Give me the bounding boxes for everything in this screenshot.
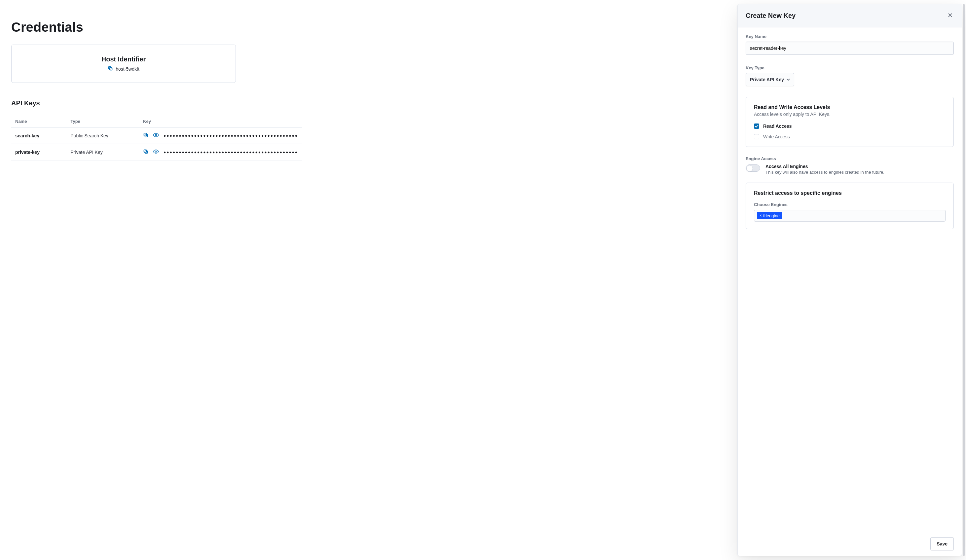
close-button[interactable] <box>946 11 954 20</box>
access-all-row: Access All Engines This key will also ha… <box>746 164 954 172</box>
svg-rect-5 <box>145 151 148 154</box>
svg-rect-0 <box>110 68 112 70</box>
key-type-group: Key Type Private API Key <box>746 65 954 86</box>
col-type: Type <box>66 116 139 128</box>
access-all-title: Access All Engines <box>766 164 884 169</box>
page-title: Credentials <box>11 20 465 35</box>
key-name-input[interactable] <box>746 42 954 55</box>
access-levels-subtitle: Access levels only apply to API Keys. <box>754 111 946 117</box>
close-icon <box>948 13 953 18</box>
engine-access-label: Engine Access <box>746 156 954 161</box>
key-name: private-key <box>11 144 66 160</box>
copy-icon[interactable] <box>143 149 148 155</box>
access-all-switch[interactable] <box>746 164 760 172</box>
flyout-body: Key Name Key Type Private API Key Read a… <box>738 28 962 172</box>
read-access-row: Read Access <box>754 123 946 129</box>
reveal-icon[interactable] <box>153 132 159 139</box>
api-keys-table: Name Type Key search-key Public Search K… <box>11 116 302 160</box>
reveal-icon[interactable] <box>153 149 159 156</box>
host-identifier-card: Host Identifier host-5wdkft <box>11 44 236 83</box>
masked-key: ●●●●●●●●●●●●●●●●●●●●●●●●●●●●●●●●●●●●●●●●… <box>164 133 298 138</box>
svg-point-7 <box>155 151 157 152</box>
flyout-title: Create New Key <box>746 12 795 20</box>
chevron-down-icon <box>787 77 790 82</box>
host-identifier-value: host-5wdkft <box>116 66 140 72</box>
key-type: Public Search Key <box>66 128 139 144</box>
col-key: Key <box>139 116 302 128</box>
svg-rect-6 <box>144 150 147 152</box>
write-access-label: Write Access <box>763 134 790 139</box>
svg-rect-1 <box>109 67 111 69</box>
host-identifier-row: host-5wdkft <box>108 66 140 72</box>
write-access-checkbox[interactable] <box>754 134 759 139</box>
key-type: Private API Key <box>66 144 139 160</box>
key-value-cell: ●●●●●●●●●●●●●●●●●●●●●●●●●●●●●●●●●●●●●●●●… <box>139 128 302 144</box>
access-all-subtitle: This key will also have access to engine… <box>766 170 884 172</box>
copy-icon[interactable] <box>108 66 113 72</box>
key-name-label: Key Name <box>746 34 954 39</box>
key-type-select[interactable]: Private API Key <box>746 73 794 86</box>
scrollbar[interactable] <box>963 4 965 172</box>
access-all-text: Access All Engines This key will also ha… <box>766 164 884 172</box>
credentials-page: Credentials Host Identifier host-5wdkft … <box>0 0 476 172</box>
key-type-label: Key Type <box>746 65 954 70</box>
table-row: search-key Public Search Key ●●●●●●●●●●●… <box>11 128 302 144</box>
access-levels-card: Read and Write Access Levels Access leve… <box>746 97 954 147</box>
read-access-label: Read Access <box>763 123 792 129</box>
key-type-value: Private API Key <box>750 77 784 82</box>
svg-rect-2 <box>145 134 148 137</box>
key-value-cell: ●●●●●●●●●●●●●●●●●●●●●●●●●●●●●●●●●●●●●●●●… <box>139 144 302 160</box>
api-keys-heading: API Keys <box>11 99 465 107</box>
read-access-checkbox[interactable] <box>754 123 759 129</box>
svg-point-4 <box>155 134 157 136</box>
key-name-group: Key Name <box>746 34 954 55</box>
copy-icon[interactable] <box>143 133 148 139</box>
key-name: search-key <box>11 128 66 144</box>
write-access-row: Write Access <box>754 134 946 139</box>
svg-rect-3 <box>144 133 147 136</box>
table-row: private-key Private API Key ●●●●●●●●●●●●… <box>11 144 302 160</box>
create-key-flyout: Create New Key Key Name Key Type Private… <box>738 4 962 172</box>
masked-key: ●●●●●●●●●●●●●●●●●●●●●●●●●●●●●●●●●●●●●●●●… <box>164 150 298 154</box>
access-levels-title: Read and Write Access Levels <box>754 104 946 110</box>
col-name: Name <box>11 116 66 128</box>
host-identifier-label: Host Identifier <box>22 56 225 63</box>
flyout-header: Create New Key <box>738 4 962 28</box>
